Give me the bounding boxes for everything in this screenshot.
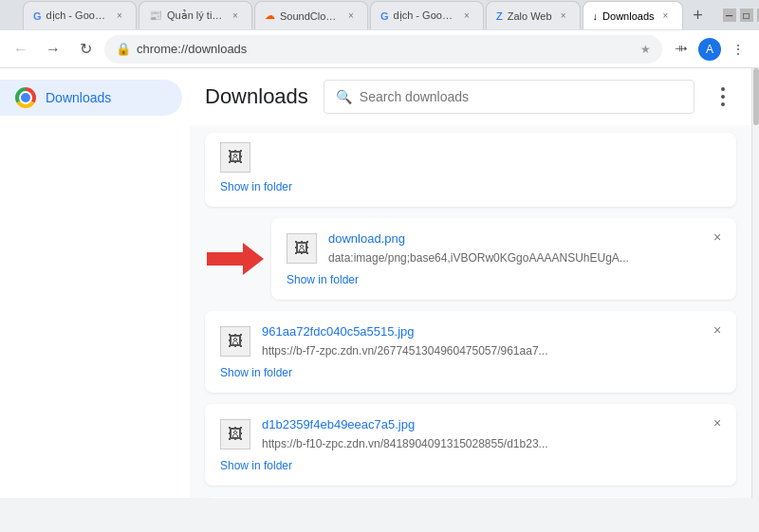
chrome-logo-icon	[15, 87, 36, 108]
sidebar: Downloads	[0, 68, 190, 498]
downloads-list: 🖼 Show in folder × 🖼	[190, 125, 751, 498]
maximize-button[interactable]: □	[740, 9, 753, 22]
new-tab-button[interactable]: +	[685, 2, 712, 28]
sidebar-item-label: Downloads	[46, 90, 111, 105]
back-button[interactable]: ←	[8, 36, 34, 63]
refresh-button[interactable]: ↻	[72, 36, 99, 63]
file-thumbnail-1: 🖼	[287, 233, 317, 264]
tab-label-2: Quản lý tin tức	[167, 9, 224, 22]
forward-button[interactable]: →	[40, 36, 66, 63]
download-row-2: 🖼 961aa72fdc040c5a5515.jpg https://b-f7-…	[220, 324, 721, 358]
download-item-1: × 🖼 download.png data:image/png;base64,i…	[271, 218, 736, 300]
more-actions-button[interactable]	[710, 83, 736, 110]
tab-close-4[interactable]: ×	[460, 9, 473, 23]
tab-label-6: Downloads	[602, 10, 654, 22]
tab-label-1: dịch - Google Search	[46, 9, 108, 22]
window-control-buttons: ─ □ ×	[723, 9, 759, 22]
scrollbar[interactable]	[751, 68, 759, 498]
download-item-3: × 🖼 d1b2359f4eb49eeac7a5.jpg https://b-f…	[205, 404, 736, 486]
dot1	[721, 87, 725, 91]
tab-close-5[interactable]: ×	[557, 9, 570, 23]
more-menu-icon[interactable]: ⋮	[725, 36, 751, 63]
search-icon: 🔍	[336, 89, 352, 104]
search-input[interactable]	[360, 89, 682, 104]
show-in-folder-2[interactable]: Show in folder	[220, 366, 721, 379]
tab-label-5: Zalo Web	[508, 10, 552, 22]
filename-3[interactable]: d1b2359f4eb49eeac7a5.jpg	[262, 417, 721, 431]
red-arrow	[207, 243, 264, 275]
tab-close-1[interactable]: ×	[113, 9, 126, 23]
file-info-3: d1b2359f4eb49eeac7a5.jpg https://b-f10-z…	[262, 417, 721, 451]
address-display: chrome://downloads	[137, 42, 247, 56]
close-item-1[interactable]: ×	[708, 228, 727, 247]
minimize-button[interactable]: ─	[723, 9, 736, 22]
title-bar: G dịch - Google Search × 📰 Quản lý tin t…	[0, 0, 759, 30]
tab-label-4: dịch - Google Search	[394, 9, 455, 22]
show-in-folder-3[interactable]: Show in folder	[220, 459, 721, 472]
show-in-folder-1[interactable]: Show in folder	[287, 273, 721, 286]
tab-quan-ly[interactable]: 📰 Quản lý tin tức ×	[139, 1, 252, 29]
extensions-icon[interactable]: ⭼	[668, 36, 694, 63]
download-row-partial: 🖼	[220, 140, 721, 173]
tab-favicon-6: ↓	[593, 10, 599, 22]
tab-favicon-5: Z	[496, 10, 503, 22]
tab-close-6[interactable]: ×	[659, 9, 673, 23]
file-thumbnail-2: 🖼	[220, 326, 250, 357]
show-in-folder-partial[interactable]: Show in folder	[220, 180, 721, 193]
download-item-partial: 🖼 Show in folder	[205, 133, 736, 207]
file-url-3: https://b-f10-zpc.zdn.vn/841890409131502…	[262, 437, 548, 450]
file-info-2: 961aa72fdc040c5a5515.jpg https://b-f7-zp…	[262, 324, 721, 358]
tab-favicon-1: G	[33, 10, 42, 22]
sidebar-item-downloads[interactable]: Downloads	[0, 80, 182, 116]
tab-google-search-2[interactable]: G dịch - Google Search ×	[370, 1, 484, 29]
tab-close-2[interactable]: ×	[229, 9, 242, 23]
file-thumbnail-3: 🖼	[220, 419, 250, 449]
scrollbar-thumb[interactable]	[753, 68, 759, 125]
tab-favicon-3: ☁	[265, 9, 275, 22]
address-bar: ← → ↻ 🔒 chrome://downloads ★ ⭼ A ⋮	[0, 30, 759, 68]
filename-2[interactable]: 961aa72fdc040c5a5515.jpg	[262, 324, 721, 339]
close-item-2[interactable]: ×	[708, 321, 727, 339]
bookmark-icon[interactable]: ★	[640, 43, 651, 56]
file-thumbnail-partial: 🖼	[220, 142, 250, 173]
main-content: Downloads 🔍 🖼	[190, 68, 751, 498]
tab-google-search-1[interactable]: G dịch - Google Search ×	[23, 1, 137, 29]
page-header: Downloads 🔍	[190, 68, 751, 125]
file-url-1: data:image/png;base64,iVBORw0KGgoAAAANSU…	[328, 251, 629, 265]
tab-favicon-4: G	[380, 10, 389, 22]
file-url-2: https://b-f7-zpc.zdn.vn/2677451304960475…	[262, 344, 548, 358]
tabs-bar: G dịch - Google Search × 📰 Quản lý tin t…	[19, 1, 715, 29]
address-field[interactable]: 🔒 chrome://downloads ★	[104, 35, 662, 64]
search-box[interactable]: 🔍	[324, 80, 694, 114]
file-info-1: download.png data:image/png;base64,iVBOR…	[328, 231, 721, 266]
download-item-2: × 🖼 961aa72fdc040c5a5515.jpg https://b-f…	[205, 311, 736, 393]
dot3	[721, 102, 725, 106]
tab-downloads[interactable]: ↓ Downloads ×	[583, 1, 683, 29]
tab-soundcloud[interactable]: ☁ SoundCloud File Sear... ×	[254, 1, 368, 29]
profile-icon[interactable]: A	[698, 38, 721, 61]
page-body: Downloads Downloads 🔍 🖼	[0, 68, 759, 498]
download-row-3: 🖼 d1b2359f4eb49eeac7a5.jpg https://b-f10…	[220, 417, 721, 451]
toolbar-icons: ⭼ A ⋮	[668, 36, 751, 63]
download-row-1: 🖼 download.png data:image/png;base64,iVB…	[287, 231, 721, 266]
close-item-3[interactable]: ×	[708, 413, 727, 432]
download-item-4: × 🖼 01018b76ec5d3c03654c.jpg Deleted blo…	[205, 497, 736, 498]
svg-marker-0	[207, 243, 264, 275]
tab-close-3[interactable]: ×	[344, 9, 358, 23]
dot2	[721, 95, 725, 99]
tab-favicon-2: 📰	[149, 9, 162, 22]
tab-label-3: SoundCloud File Sear...	[280, 10, 340, 22]
page-title: Downloads	[205, 84, 308, 109]
lock-icon: 🔒	[116, 42, 131, 56]
tab-zalo[interactable]: Z Zalo Web ×	[486, 1, 581, 29]
filename-1[interactable]: download.png	[328, 231, 721, 246]
